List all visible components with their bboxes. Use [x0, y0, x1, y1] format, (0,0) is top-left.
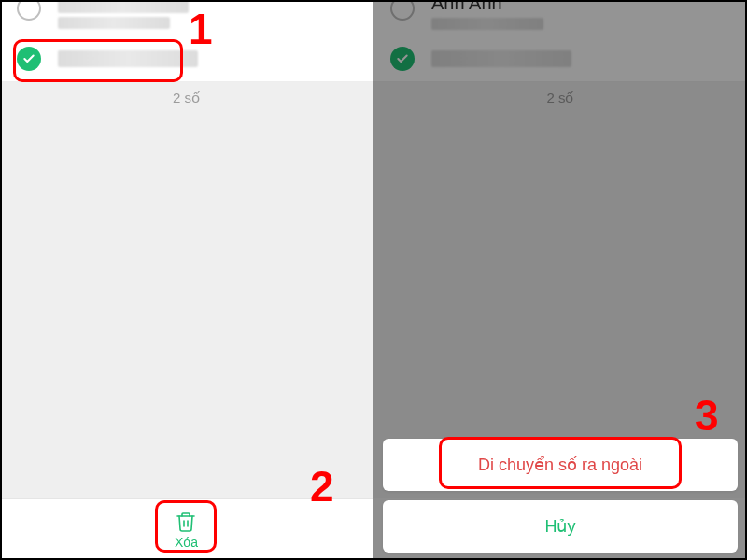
action-sheet: Di chuyển số ra ngoài Hủy: [383, 429, 738, 553]
contact-name-blur: [58, 0, 356, 29]
contact-list: [0, 0, 373, 82]
pane-right: Anh Anh 2 số Xóa Di chuyển số ra ngoài: [374, 0, 747, 560]
list-item[interactable]: [0, 0, 373, 35]
cancel-label: Hủy: [545, 516, 576, 537]
bottom-bar: Xóa: [0, 498, 373, 560]
checkbox-unchecked-icon[interactable]: [17, 0, 41, 21]
cancel-button[interactable]: Hủy: [383, 500, 738, 553]
trash-icon: [175, 511, 197, 533]
pane-left: 2 số Xóa: [0, 0, 374, 560]
contact-name-blur: [58, 50, 356, 67]
count-label: 2 số: [0, 82, 373, 114]
delete-button[interactable]: Xóa: [175, 511, 198, 550]
checkbox-checked-icon[interactable]: [17, 47, 41, 71]
delete-label: Xóa: [175, 535, 198, 550]
move-number-out-button[interactable]: Di chuyển số ra ngoài: [383, 439, 738, 491]
move-number-label: Di chuyển số ra ngoài: [478, 455, 642, 475]
list-item[interactable]: [0, 35, 373, 82]
